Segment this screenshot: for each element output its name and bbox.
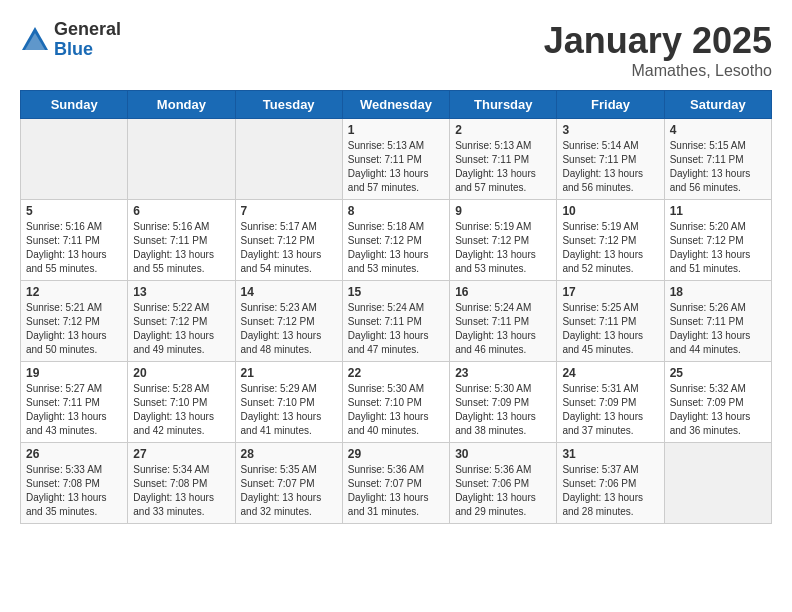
day-info: Sunrise: 5:35 AM Sunset: 7:07 PM Dayligh…	[241, 463, 337, 519]
day-info: Sunrise: 5:24 AM Sunset: 7:11 PM Dayligh…	[455, 301, 551, 357]
calendar-cell: 10Sunrise: 5:19 AM Sunset: 7:12 PM Dayli…	[557, 200, 664, 281]
calendar-week-row: 5Sunrise: 5:16 AM Sunset: 7:11 PM Daylig…	[21, 200, 772, 281]
day-number: 13	[133, 285, 229, 299]
calendar-cell: 8Sunrise: 5:18 AM Sunset: 7:12 PM Daylig…	[342, 200, 449, 281]
title-block: January 2025 Mamathes, Lesotho	[544, 20, 772, 80]
calendar-cell: 28Sunrise: 5:35 AM Sunset: 7:07 PM Dayli…	[235, 443, 342, 524]
calendar-cell: 18Sunrise: 5:26 AM Sunset: 7:11 PM Dayli…	[664, 281, 771, 362]
day-number: 25	[670, 366, 766, 380]
calendar-cell: 24Sunrise: 5:31 AM Sunset: 7:09 PM Dayli…	[557, 362, 664, 443]
day-info: Sunrise: 5:30 AM Sunset: 7:09 PM Dayligh…	[455, 382, 551, 438]
calendar-cell	[664, 443, 771, 524]
logo-icon	[20, 25, 50, 55]
calendar-cell: 1Sunrise: 5:13 AM Sunset: 7:11 PM Daylig…	[342, 119, 449, 200]
day-info: Sunrise: 5:19 AM Sunset: 7:12 PM Dayligh…	[562, 220, 658, 276]
day-number: 24	[562, 366, 658, 380]
calendar-cell: 23Sunrise: 5:30 AM Sunset: 7:09 PM Dayli…	[450, 362, 557, 443]
weekday-header: Saturday	[664, 91, 771, 119]
calendar-cell: 15Sunrise: 5:24 AM Sunset: 7:11 PM Dayli…	[342, 281, 449, 362]
calendar-cell: 3Sunrise: 5:14 AM Sunset: 7:11 PM Daylig…	[557, 119, 664, 200]
day-info: Sunrise: 5:19 AM Sunset: 7:12 PM Dayligh…	[455, 220, 551, 276]
calendar-cell: 20Sunrise: 5:28 AM Sunset: 7:10 PM Dayli…	[128, 362, 235, 443]
calendar-cell: 12Sunrise: 5:21 AM Sunset: 7:12 PM Dayli…	[21, 281, 128, 362]
day-number: 26	[26, 447, 122, 461]
day-number: 6	[133, 204, 229, 218]
day-info: Sunrise: 5:18 AM Sunset: 7:12 PM Dayligh…	[348, 220, 444, 276]
calendar-week-row: 12Sunrise: 5:21 AM Sunset: 7:12 PM Dayli…	[21, 281, 772, 362]
day-info: Sunrise: 5:36 AM Sunset: 7:06 PM Dayligh…	[455, 463, 551, 519]
day-number: 14	[241, 285, 337, 299]
calendar-cell: 4Sunrise: 5:15 AM Sunset: 7:11 PM Daylig…	[664, 119, 771, 200]
day-number: 12	[26, 285, 122, 299]
day-number: 18	[670, 285, 766, 299]
day-info: Sunrise: 5:20 AM Sunset: 7:12 PM Dayligh…	[670, 220, 766, 276]
day-number: 21	[241, 366, 337, 380]
calendar-cell: 17Sunrise: 5:25 AM Sunset: 7:11 PM Dayli…	[557, 281, 664, 362]
calendar-cell	[128, 119, 235, 200]
day-info: Sunrise: 5:37 AM Sunset: 7:06 PM Dayligh…	[562, 463, 658, 519]
calendar-week-row: 26Sunrise: 5:33 AM Sunset: 7:08 PM Dayli…	[21, 443, 772, 524]
weekday-header: Friday	[557, 91, 664, 119]
day-info: Sunrise: 5:25 AM Sunset: 7:11 PM Dayligh…	[562, 301, 658, 357]
day-number: 28	[241, 447, 337, 461]
day-number: 27	[133, 447, 229, 461]
day-number: 23	[455, 366, 551, 380]
day-info: Sunrise: 5:16 AM Sunset: 7:11 PM Dayligh…	[133, 220, 229, 276]
calendar-cell: 19Sunrise: 5:27 AM Sunset: 7:11 PM Dayli…	[21, 362, 128, 443]
day-info: Sunrise: 5:13 AM Sunset: 7:11 PM Dayligh…	[455, 139, 551, 195]
calendar-cell	[235, 119, 342, 200]
day-info: Sunrise: 5:34 AM Sunset: 7:08 PM Dayligh…	[133, 463, 229, 519]
weekday-header: Thursday	[450, 91, 557, 119]
calendar-cell: 6Sunrise: 5:16 AM Sunset: 7:11 PM Daylig…	[128, 200, 235, 281]
calendar-table: SundayMondayTuesdayWednesdayThursdayFrid…	[20, 90, 772, 524]
day-info: Sunrise: 5:26 AM Sunset: 7:11 PM Dayligh…	[670, 301, 766, 357]
day-info: Sunrise: 5:27 AM Sunset: 7:11 PM Dayligh…	[26, 382, 122, 438]
day-info: Sunrise: 5:21 AM Sunset: 7:12 PM Dayligh…	[26, 301, 122, 357]
day-number: 30	[455, 447, 551, 461]
day-info: Sunrise: 5:22 AM Sunset: 7:12 PM Dayligh…	[133, 301, 229, 357]
weekday-header: Tuesday	[235, 91, 342, 119]
calendar-cell: 16Sunrise: 5:24 AM Sunset: 7:11 PM Dayli…	[450, 281, 557, 362]
weekday-header-row: SundayMondayTuesdayWednesdayThursdayFrid…	[21, 91, 772, 119]
day-info: Sunrise: 5:29 AM Sunset: 7:10 PM Dayligh…	[241, 382, 337, 438]
day-info: Sunrise: 5:13 AM Sunset: 7:11 PM Dayligh…	[348, 139, 444, 195]
day-info: Sunrise: 5:24 AM Sunset: 7:11 PM Dayligh…	[348, 301, 444, 357]
day-info: Sunrise: 5:23 AM Sunset: 7:12 PM Dayligh…	[241, 301, 337, 357]
calendar-cell: 26Sunrise: 5:33 AM Sunset: 7:08 PM Dayli…	[21, 443, 128, 524]
day-info: Sunrise: 5:28 AM Sunset: 7:10 PM Dayligh…	[133, 382, 229, 438]
day-info: Sunrise: 5:36 AM Sunset: 7:07 PM Dayligh…	[348, 463, 444, 519]
day-number: 19	[26, 366, 122, 380]
day-number: 2	[455, 123, 551, 137]
month-title: January 2025	[544, 20, 772, 62]
day-number: 16	[455, 285, 551, 299]
logo-blue: Blue	[54, 40, 121, 60]
calendar-cell: 31Sunrise: 5:37 AM Sunset: 7:06 PM Dayli…	[557, 443, 664, 524]
page-header: General Blue January 2025 Mamathes, Leso…	[20, 20, 772, 80]
calendar-cell: 25Sunrise: 5:32 AM Sunset: 7:09 PM Dayli…	[664, 362, 771, 443]
day-number: 11	[670, 204, 766, 218]
day-info: Sunrise: 5:17 AM Sunset: 7:12 PM Dayligh…	[241, 220, 337, 276]
day-info: Sunrise: 5:15 AM Sunset: 7:11 PM Dayligh…	[670, 139, 766, 195]
day-number: 5	[26, 204, 122, 218]
day-number: 20	[133, 366, 229, 380]
day-number: 9	[455, 204, 551, 218]
calendar-cell: 11Sunrise: 5:20 AM Sunset: 7:12 PM Dayli…	[664, 200, 771, 281]
day-number: 31	[562, 447, 658, 461]
weekday-header: Sunday	[21, 91, 128, 119]
day-info: Sunrise: 5:16 AM Sunset: 7:11 PM Dayligh…	[26, 220, 122, 276]
calendar-cell: 7Sunrise: 5:17 AM Sunset: 7:12 PM Daylig…	[235, 200, 342, 281]
day-number: 10	[562, 204, 658, 218]
calendar-cell: 13Sunrise: 5:22 AM Sunset: 7:12 PM Dayli…	[128, 281, 235, 362]
calendar-week-row: 19Sunrise: 5:27 AM Sunset: 7:11 PM Dayli…	[21, 362, 772, 443]
day-info: Sunrise: 5:30 AM Sunset: 7:10 PM Dayligh…	[348, 382, 444, 438]
weekday-header: Wednesday	[342, 91, 449, 119]
calendar-cell: 9Sunrise: 5:19 AM Sunset: 7:12 PM Daylig…	[450, 200, 557, 281]
day-number: 1	[348, 123, 444, 137]
day-number: 8	[348, 204, 444, 218]
calendar-cell	[21, 119, 128, 200]
day-number: 3	[562, 123, 658, 137]
calendar-cell: 21Sunrise: 5:29 AM Sunset: 7:10 PM Dayli…	[235, 362, 342, 443]
calendar-cell: 2Sunrise: 5:13 AM Sunset: 7:11 PM Daylig…	[450, 119, 557, 200]
location-subtitle: Mamathes, Lesotho	[544, 62, 772, 80]
day-number: 4	[670, 123, 766, 137]
